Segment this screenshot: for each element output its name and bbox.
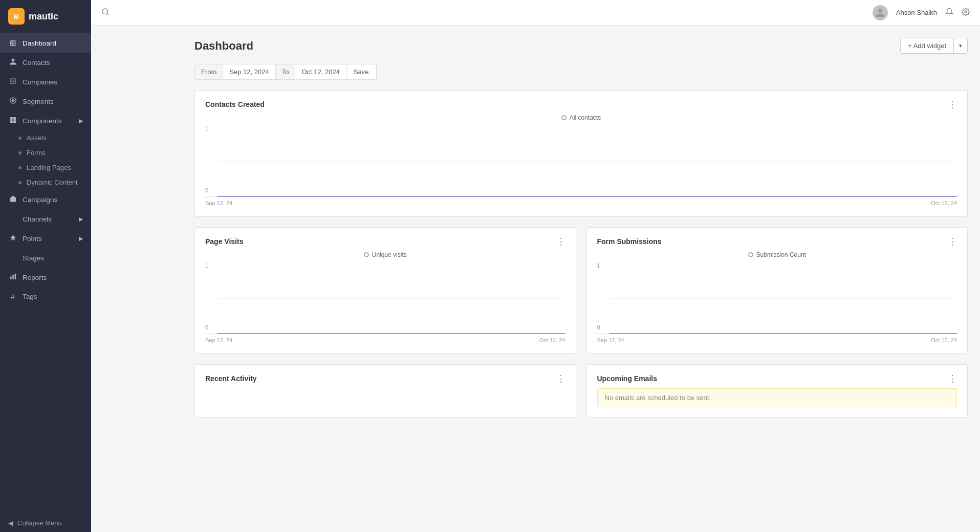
chart-date-to: Oct 12, 24	[539, 337, 565, 343]
svg-point-13	[965, 11, 967, 13]
add-widget-label[interactable]: + Add widget	[901, 38, 954, 53]
widgets-row: Page Visits ⋮ Unique visits 1 0 Sep 12, …	[194, 227, 968, 354]
sidebar-sub-label: Assets	[27, 134, 47, 142]
sidebar-item-assets[interactable]: Assets	[0, 130, 91, 145]
sidebar-item-landing-pages[interactable]: Landing Pages	[0, 160, 91, 175]
y-max-label: 1	[597, 262, 600, 269]
sidebar-item-channels[interactable]: Channels ▶	[0, 209, 91, 229]
reports-icon	[8, 273, 17, 282]
chart-legend: Unique visits	[205, 251, 565, 258]
widget-title: Upcoming Emails	[597, 374, 657, 383]
sidebar-item-label: Stages	[23, 254, 44, 262]
widget-menu-button[interactable]: ⋮	[948, 99, 957, 110]
username-label: Ahson Shaikh	[896, 9, 937, 16]
search-icon[interactable]	[101, 8, 110, 18]
y-min-label: 0	[205, 187, 208, 193]
legend-label: All contacts	[570, 114, 601, 121]
avatar	[873, 5, 888, 20]
svg-point-12	[102, 9, 108, 14]
widget-menu-button[interactable]: ⋮	[948, 236, 957, 247]
page-visits-widget: Page Visits ⋮ Unique visits 1 0 Sep 12, …	[194, 227, 576, 354]
y-min-label: 0	[597, 324, 600, 330]
widget-title: Form Submissions	[597, 237, 662, 246]
notifications-icon[interactable]	[945, 8, 953, 18]
widget-title: Contacts Created	[205, 100, 265, 108]
save-date-button[interactable]: Save	[346, 64, 376, 79]
chart-legend: All contacts	[205, 114, 957, 121]
main-content: Dashboard + Add widget ▾ From Sep 12, 20…	[182, 26, 980, 532]
form-submissions-chart-area: 1 0	[597, 262, 957, 334]
widget-menu-button[interactable]: ⋮	[556, 373, 565, 384]
svg-text:M: M	[14, 13, 19, 20]
svg-rect-10	[12, 275, 14, 279]
widget-menu-button[interactable]: ⋮	[948, 373, 957, 384]
sub-dot-icon	[18, 181, 21, 184]
widget-header: Contacts Created ⋮	[205, 99, 957, 110]
sidebar-item-forms[interactable]: Forms	[0, 145, 91, 160]
contacts-icon	[8, 58, 17, 67]
sidebar-item-dynamic-content[interactable]: Dynamic Content	[0, 175, 91, 190]
topbar-right: Ahson Shaikh	[873, 5, 970, 20]
sidebar-item-points[interactable]: Points ▶	[0, 229, 91, 248]
sidebar-item-campaigns[interactable]: Campaigns	[0, 190, 91, 209]
sidebar-item-label: Channels	[23, 215, 52, 223]
legend-label: Unique visits	[372, 251, 407, 258]
contacts-created-widget: Contacts Created ⋮ All contacts 1 0 Sep …	[194, 90, 968, 217]
stages-icon	[8, 253, 17, 262]
no-emails-text: No emails are scheduled to be sent.	[605, 394, 711, 402]
sidebar-item-components[interactable]: Components ▶	[0, 111, 91, 130]
settings-icon[interactable]	[962, 8, 970, 18]
contacts-chart-area: 1 0	[205, 125, 957, 197]
no-emails-notice: No emails are scheduled to be sent.	[597, 388, 957, 407]
to-date-input[interactable]: Oct 12, 2024	[295, 64, 346, 79]
svg-point-3	[12, 99, 14, 102]
sidebar-item-contacts[interactable]: Contacts	[0, 53, 91, 72]
sidebar-sub-label: Dynamic Content	[27, 179, 78, 186]
widget-menu-button[interactable]: ⋮	[556, 236, 565, 247]
legend-dot-icon	[748, 252, 753, 257]
chart-date-to: Oct 12, 24	[931, 337, 957, 343]
sidebar-item-reports[interactable]: Reports	[0, 268, 91, 287]
form-submissions-widget: Form Submissions ⋮ Submission Count 1 0 …	[586, 227, 968, 354]
sidebar: M mautic ⊞ Dashboard Contacts Companies …	[0, 0, 91, 532]
topbar: Ahson Shaikh	[91, 0, 980, 26]
sidebar-sub-label: Forms	[27, 149, 46, 157]
collapse-menu-button[interactable]: ◀ Collapse Menu	[0, 514, 91, 532]
sidebar-logo[interactable]: M mautic	[0, 0, 91, 33]
chart-date-from: Sep 12, 24	[205, 200, 232, 206]
mautic-logo-icon: M	[8, 8, 25, 25]
campaigns-icon	[8, 195, 17, 204]
page-title: Dashboard	[194, 39, 253, 53]
add-widget-button[interactable]: + Add widget ▾	[900, 38, 968, 54]
from-date-input[interactable]: Sep 12, 2024	[223, 64, 275, 79]
y-min-label: 0	[205, 324, 208, 330]
sidebar-item-segments[interactable]: Segments	[0, 92, 91, 111]
legend-dot-icon	[561, 115, 567, 120]
widget-header: Form Submissions ⋮	[597, 236, 957, 247]
widget-header: Recent Activity ⋮	[205, 373, 565, 384]
sidebar-item-label: Reports	[23, 274, 47, 281]
widget-header: Page Visits ⋮	[205, 236, 565, 247]
to-label: To	[276, 64, 296, 79]
sidebar-item-stages[interactable]: Stages	[0, 248, 91, 268]
points-icon	[8, 234, 17, 243]
sidebar-item-dashboard[interactable]: ⊞ Dashboard	[0, 33, 91, 53]
widget-title: Recent Activity	[205, 374, 257, 383]
chart-legend: Submission Count	[597, 251, 957, 258]
tags-icon: #	[8, 292, 17, 301]
sidebar-item-label: Tags	[23, 293, 37, 300]
components-arrow-icon: ▶	[79, 118, 83, 124]
add-widget-dropdown-icon[interactable]: ▾	[954, 39, 967, 53]
sidebar-item-tags[interactable]: # Tags	[0, 287, 91, 306]
collapse-label: Collapse Menu	[17, 519, 62, 527]
page-visits-chart-area: 1 0	[205, 262, 565, 334]
sub-dot-icon	[18, 166, 21, 169]
svg-rect-9	[10, 277, 11, 280]
upcoming-emails-widget: Upcoming Emails ⋮ No emails are schedule…	[586, 364, 968, 418]
sub-dot-icon	[18, 151, 21, 154]
date-filter: From Sep 12, 2024 To Oct 12, 2024 Save	[194, 64, 377, 80]
sidebar-item-companies[interactable]: Companies	[0, 72, 91, 92]
bottom-widgets-row: Recent Activity ⋮ Upcoming Emails ⋮ No e…	[194, 364, 968, 418]
sidebar-item-label: Companies	[23, 78, 57, 86]
sidebar-item-label: Contacts	[23, 59, 50, 66]
